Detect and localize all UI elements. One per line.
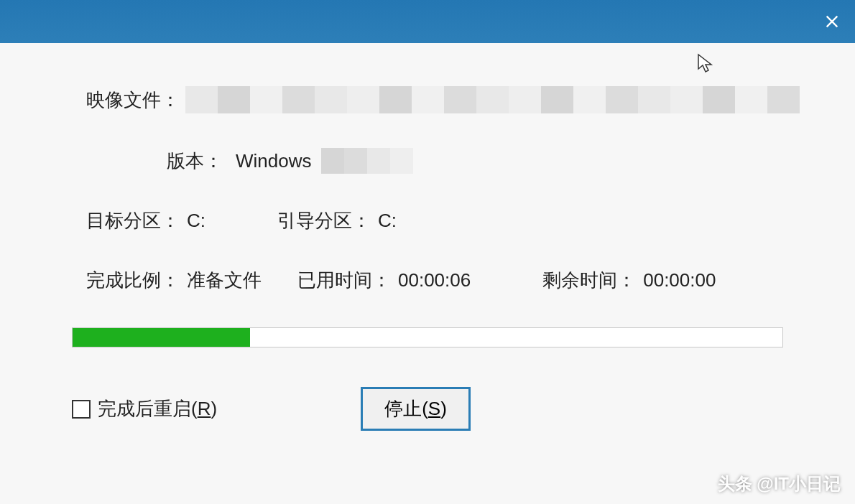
target-partition-value: C: (187, 210, 205, 232)
version-row: 版本： Windows (72, 148, 783, 174)
image-file-label: 映像文件： (72, 88, 180, 113)
checkbox-box (72, 400, 91, 419)
boot-partition-value: C: (378, 210, 397, 232)
dialog-content: 映像文件： 版本： Windows 目标分区： C: 引导分区： C: (0, 43, 855, 504)
version-value-redacted (321, 148, 413, 174)
elapsed-time-value: 00:00:06 (398, 269, 471, 291)
version-label: 版本： (72, 149, 223, 174)
partition-row: 目标分区： C: 引导分区： C: (72, 208, 783, 233)
progress-ratio-value: 准备文件 (187, 268, 262, 293)
image-file-row: 映像文件： (72, 86, 783, 113)
version-value: Windows (236, 150, 311, 172)
progress-bar-fill (73, 328, 250, 347)
progress-ratio-label: 完成比例： (72, 268, 180, 293)
image-file-value-redacted (185, 86, 800, 113)
close-icon (824, 14, 840, 29)
close-button[interactable] (818, 7, 846, 36)
time-row: 完成比例： 准备文件 已用时间： 00:00:06 剩余时间： 00:00:00 (72, 268, 783, 293)
remaining-time-label: 剩余时间： (542, 268, 636, 293)
stop-button[interactable]: 停止(S) (361, 387, 471, 431)
restart-checkbox[interactable]: 完成后重启(R) (72, 396, 217, 421)
titlebar (0, 0, 855, 43)
boot-partition-label: 引导分区： (263, 208, 371, 233)
elapsed-time-label: 已用时间： (297, 268, 391, 293)
watermark: 头条 @IT小日记 (718, 472, 841, 495)
bottom-controls: 完成后重启(R) 停止(S) (72, 387, 783, 431)
target-partition-label: 目标分区： (72, 208, 180, 233)
restart-checkbox-label: 完成后重启(R) (98, 396, 217, 421)
dialog-window: 映像文件： 版本： Windows 目标分区： C: 引导分区： C: (0, 0, 855, 504)
progress-bar (72, 327, 783, 347)
remaining-time-value: 00:00:00 (643, 269, 716, 291)
